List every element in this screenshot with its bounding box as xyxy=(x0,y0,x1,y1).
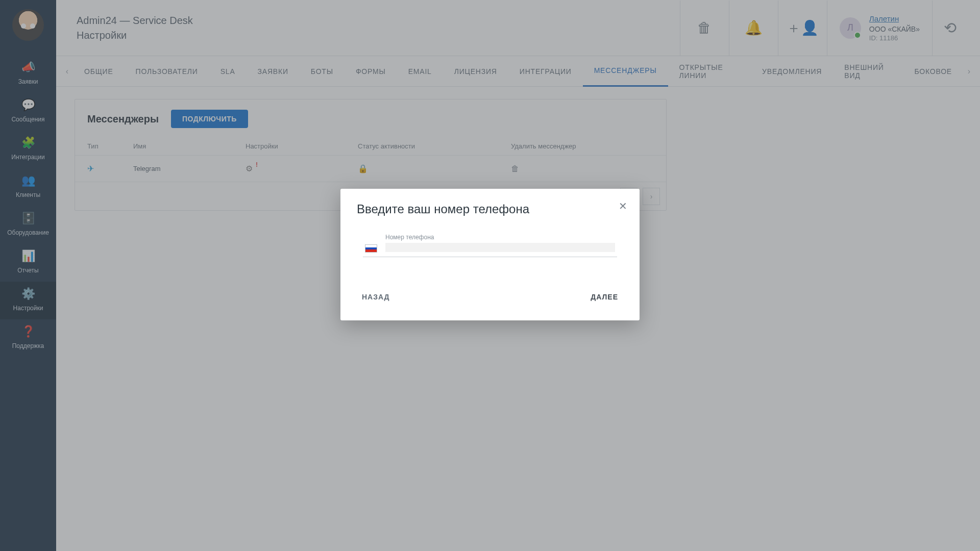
phone-field: Номер телефона xyxy=(385,234,615,253)
phone-label: Номер телефона xyxy=(385,234,615,241)
phone-input[interactable] xyxy=(385,243,615,252)
flag-ru-icon[interactable] xyxy=(365,244,377,253)
phone-modal: Введите ваш номер телефона ✕ Номер телеф… xyxy=(340,189,640,320)
modal-actions: НАЗАД ДАЛЕЕ xyxy=(357,288,623,306)
next-button[interactable]: ДАЛЕЕ xyxy=(587,288,621,306)
back-button[interactable]: НАЗАД xyxy=(359,288,393,306)
close-icon[interactable]: ✕ xyxy=(619,200,627,212)
modal-overlay[interactable]: Введите ваш номер телефона ✕ Номер телеф… xyxy=(0,0,980,551)
modal-title: Введите ваш номер телефона xyxy=(357,202,623,216)
phone-input-row: Номер телефона xyxy=(363,234,617,257)
